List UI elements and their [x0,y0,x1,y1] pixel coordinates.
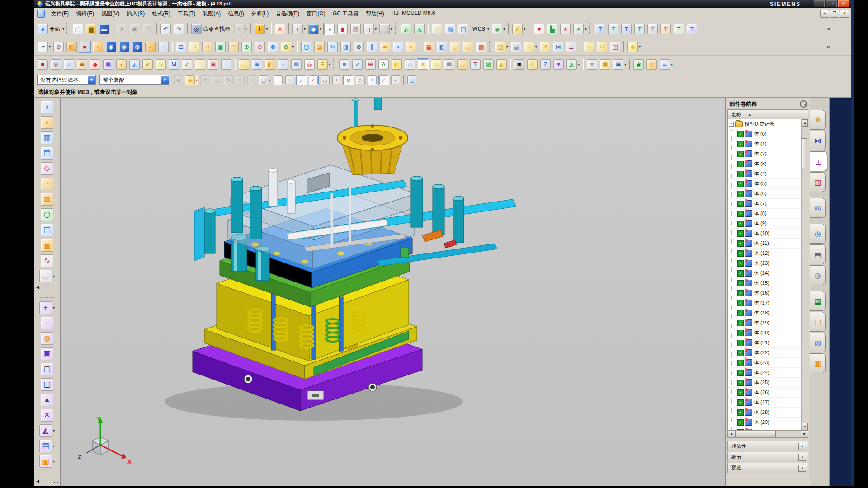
studio-surface-button[interactable]: ∿ [40,253,54,268]
tree-row[interactable]: ✓体 (10) [728,229,801,239]
mesh-surface-button[interactable]: ▦ [40,192,54,206]
visibility-checkbox[interactable]: ✓ [737,399,744,406]
sketch-button[interactable]: ▱▾ [37,41,52,53]
tree-row[interactable]: ✓体 (29) [728,418,801,427]
tree-row[interactable]: ✓体 (12) [728,249,801,258]
tree-row[interactable]: ✓体 (21) [728,338,801,348]
more-tools-chevron-icon[interactable]: ⌄⌄ [51,479,60,483]
new-file-button[interactable]: ▢ [72,23,84,35]
pull-face-button[interactable]: + [40,316,54,330]
visibility-checkbox[interactable]: ✓ [737,151,744,157]
pocket-button[interactable]: ⊞ [364,58,377,70]
dropdown-arrow-icon[interactable]: ▾ [53,429,55,433]
info-tag-button[interactable]: i▾ [254,23,269,35]
dropdown-arrow-icon[interactable]: ▾ [53,274,55,278]
mdi-close-button[interactable]: ✕ [840,10,849,18]
edge-blend-button[interactable]: ↻ [326,41,339,53]
visibility-checkbox[interactable]: ✓ [737,370,744,376]
mdi-restore-button[interactable]: ❒ [830,10,839,18]
menu-item-1[interactable]: 编辑(E) [72,9,98,19]
bolt-red-button[interactable]: T [673,23,685,35]
minimize-button[interactable]: – [814,0,825,7]
dropdown-arrow-icon[interactable]: ▾ [506,45,508,49]
dropdown-arrow-icon[interactable]: ▾ [196,78,198,82]
menu-item-0[interactable]: 文件(F) [47,9,72,19]
visibility-checkbox[interactable]: ✓ [737,191,744,197]
graphics-viewport[interactable]: Y X Z [60,98,726,486]
drag-filter-button[interactable]: + [246,75,257,85]
panel-bar-预览[interactable]: 预览∨ [727,463,808,473]
pin-hatch-button[interactable]: ◭▾ [566,58,580,70]
revolve-button[interactable]: ◗ [92,41,104,53]
orange-box-button[interactable]: ◧ [264,58,276,70]
mold-trim-button[interactable]: ⊥ [220,58,232,70]
isometric-view-button[interactable]: ◆▾ [307,23,322,35]
validate-button[interactable]: ✓ [351,58,363,70]
locate-target-button[interactable]: ◎ [303,58,316,70]
tree-row[interactable]: ✓体 (13) [728,258,801,268]
boss-button[interactable]: ◍ [131,41,143,53]
visibility-checkbox[interactable]: ✓ [737,171,744,177]
tree-row[interactable]: ✓体 (20) [728,328,801,338]
dropdown-arrow-icon[interactable]: ▾ [53,306,55,310]
bolt-blue-button[interactable]: T [594,23,606,35]
display-mode-button[interactable]: ◗▾ [292,23,307,35]
tree-row[interactable]: ✓体 (28) [728,408,801,418]
mirror-feature-button[interactable]: ▣ [214,41,226,53]
mold-base-button[interactable]: Ⅱ [526,58,538,70]
sheet-tools-button[interactable]: ◡▾ [38,269,56,283]
hole-button[interactable]: ◉ [118,41,130,53]
calculator-button[interactable]: ▤ [290,58,302,70]
move-component-button[interactable]: ↗ [539,41,551,53]
snap-move-button[interactable]: + [273,75,283,85]
visibility-checkbox[interactable]: ✓ [737,141,744,147]
snap-preview-button[interactable]: ◉ [173,75,184,85]
dropdown-arrow-icon[interactable]: ▾ [53,444,55,448]
visibility-checkbox[interactable]: ✓ [737,310,744,316]
offset-surface-button[interactable]: ∥ [366,41,378,53]
tree-root-row[interactable]: −模型历史记录 [728,119,801,129]
history-tab[interactable]: ◷ [810,224,826,244]
dropdown-arrow-icon[interactable]: ▾ [487,27,489,31]
snap-quadrant-button[interactable]: ◇ [355,75,366,85]
trim-mold-button[interactable]: ◭ [128,58,141,70]
block-button[interactable]: ■ [79,41,91,53]
paste-button[interactable]: ▤ [142,23,154,35]
replace-face-button[interactable]: ▣ [40,347,54,361]
group-face-button[interactable]: ▣▾ [38,454,56,469]
expand-panel-icon[interactable]: ∨ [798,443,806,450]
visibility-checkbox[interactable]: ✓ [737,409,744,416]
pad-button[interactable]: ◒ [144,41,156,53]
tree-row[interactable]: ✓体 (9) [728,219,801,229]
create-box-button[interactable]: ▢ [194,58,206,70]
mirror-assembly-button[interactable]: ⋈ [552,41,564,53]
row1-overflow-button[interactable]: » [826,26,831,32]
blank-size-button[interactable]: ▤ [443,58,455,70]
rotate-filter-button[interactable]: ↻ [223,75,234,85]
pin-icon[interactable] [800,100,807,108]
tree-row[interactable]: ✓体 (22) [728,348,801,358]
cut-face-button[interactable]: ▢ [40,377,54,392]
visibility-checkbox[interactable]: ✓ [737,270,744,277]
scope-button[interactable]: ◙ [513,58,525,70]
bounded-plane-button[interactable]: ◫ [40,223,54,237]
dropdown-arrow-icon[interactable]: ▾ [292,45,294,49]
sort-ascending-icon[interactable]: ▲ [748,112,752,117]
wcs-button[interactable]: WCS▾ [470,25,490,33]
collapse-left-icon[interactable]: ◀ [34,285,39,290]
tree-row[interactable]: ✓体 (2) [728,149,801,159]
collapse-node-icon[interactable]: − [729,122,734,127]
fold-tool-button[interactable]: Z [539,58,552,70]
facet-body-button[interactable]: ▦ [349,23,362,35]
pattern-button[interactable]: ∷ [201,41,213,53]
h-scrollbar-thumb[interactable] [735,431,776,437]
visibility-checkbox[interactable]: ✓ [737,350,744,356]
collapse-left-icon-bottom[interactable]: ◀ [34,479,39,483]
dropdown-arrow-icon[interactable]: ▾ [639,45,641,49]
snap-face-button[interactable]: ◖ [390,75,401,85]
orbit-filter-button[interactable]: ↷ [235,75,245,85]
scroll-right-icon[interactable]: ▶ [801,431,808,437]
hatch-block-button[interactable]: ▨ [482,58,495,70]
explode-button[interactable]: ◆▾ [627,41,642,53]
type-filter-dropdown-icon[interactable]: ▼ [88,76,95,84]
